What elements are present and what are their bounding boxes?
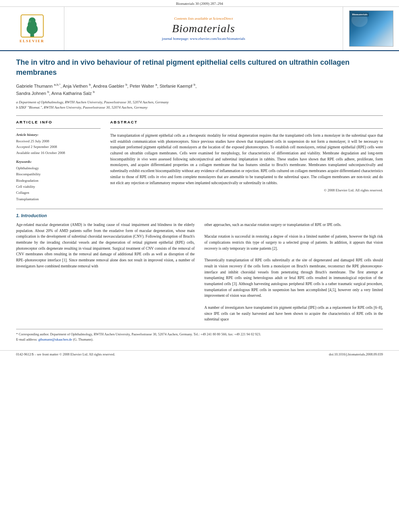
- authors-text-2: Sandra Johnen b, Anna Katharina Salz b: [16, 91, 95, 96]
- affiliations: a Department of Ophthalmology, RWTH Aach…: [16, 100, 383, 111]
- cover-label: Biomaterials: [351, 12, 369, 16]
- journal-citation-bar: Biomaterials 30 (2009) 287–294: [0, 0, 399, 7]
- affiliation-a: a Department of Ophthalmology, RWTH Aach…: [16, 100, 383, 105]
- intro-title: Introduction: [21, 213, 47, 218]
- abstract-label: ABSTRACT: [110, 120, 383, 124]
- sciencedirect-link: Contents lists available at ScienceDirec…: [174, 16, 233, 21]
- homepage-prefix: journal homepage:: [162, 37, 190, 41]
- journal-header: ELSEVIER Contents lists available at Sci…: [0, 7, 399, 51]
- divider-abstract: [110, 128, 383, 129]
- keyword-biocompatibility: Biocompatibility: [16, 171, 101, 177]
- introduction-section: 1. Introduction Age-related macular dege…: [16, 213, 383, 322]
- footnote-email: E-mail address: gthumann@ukaachen.de (G.…: [16, 337, 383, 342]
- affiliation-b: b IZKF "Biomat.", RWTH Aachen University…: [16, 105, 383, 111]
- header-left: ELSEVIER: [0, 7, 64, 50]
- divider-1: [16, 115, 383, 116]
- sciencedirect-prefix: Contents lists available at: [174, 16, 213, 21]
- sciencedirect-name: ScienceDirect: [213, 16, 233, 21]
- journal-title: Biomaterials: [172, 22, 235, 35]
- abstract-col: ABSTRACT The transplantation of pigment …: [110, 120, 383, 202]
- keyword-collagen: Collagen: [16, 190, 101, 196]
- elsevier-text: ELSEVIER: [20, 39, 45, 43]
- history-label: Article history:: [16, 133, 101, 137]
- received-date: Received 25 July 2008: [16, 138, 101, 144]
- authors-text: Gabriele Thumann a,b,*, Anja Viethen b, …: [16, 84, 197, 88]
- article-info-col: ARTICLE INFO Article history: Received 2…: [16, 120, 101, 202]
- accepted-date: Accepted 2 September 2008: [16, 144, 101, 150]
- intro-col2: other approaches, such as macular rotati…: [204, 222, 383, 322]
- journal-homepage: journal homepage: www.elsevier.com/locat…: [162, 37, 245, 41]
- bottom-right: doi:10.1016/j.biomaterials.2008.09.039: [329, 352, 383, 356]
- email-link: gthumann@ukaachen.de: [38, 337, 72, 341]
- copyright: © 2008 Elsevier Ltd. All rights reserved…: [110, 188, 383, 192]
- header-right: Biomaterials: [343, 7, 399, 50]
- intro-text-col1: Age-related macular degeneration (AMD) i…: [16, 222, 195, 269]
- intro-body: Age-related macular degeneration (AMD) i…: [16, 222, 383, 322]
- elsevier-logo: ELSEVIER: [18, 14, 46, 43]
- intro-heading: 1. Introduction: [16, 213, 383, 218]
- keyword-cell-viability: Cell viability: [16, 184, 101, 190]
- footnote-corresponding: * Corresponding author. Department of Op…: [16, 332, 383, 337]
- article-info-label: ARTICLE INFO: [16, 120, 101, 124]
- keywords-label: Keywords:: [16, 160, 101, 164]
- intro-col1: Age-related macular degeneration (AMD) i…: [16, 222, 195, 322]
- abstract-text: The transplantation of pigment epithelia…: [110, 133, 383, 186]
- elsevier-tree-icon: [18, 14, 46, 38]
- keyword-ophthalmology: Ophthalmology: [16, 165, 101, 171]
- keyword-biodegradation: Biodegradation: [16, 178, 101, 184]
- authors: Gabriele Thumann a,b,*, Anja Viethen b, …: [16, 82, 383, 97]
- main-content: The in vitro and in vivo behaviour of re…: [0, 51, 399, 350]
- divider-info: [16, 128, 101, 129]
- keyword-transplantation: Transplantation: [16, 196, 101, 202]
- bottom-bar: 0142-9612/$ – see front matter © 2008 El…: [0, 350, 399, 358]
- cover-image: Biomaterials: [349, 10, 393, 47]
- article-title: The in vitro and in vivo behaviour of re…: [16, 58, 383, 78]
- bottom-left: 0142-9612/$ – see front matter © 2008 El…: [16, 352, 115, 356]
- intro-number: 1.: [16, 213, 20, 218]
- intro-text-col2: other approaches, such as macular rotati…: [204, 222, 383, 322]
- divider-2: [16, 209, 383, 209]
- available-date: Available online 16 October 2008: [16, 150, 101, 156]
- header-center: Contents lists available at ScienceDirec…: [64, 7, 343, 50]
- homepage-url: www.elsevier.com/locate/biomaterials: [190, 37, 245, 41]
- journal-citation: Biomaterials 30 (2009) 287–294: [176, 2, 223, 6]
- footnote-area: * Corresponding author. Department of Op…: [16, 329, 383, 342]
- svg-point-4: [28, 21, 31, 23]
- info-abstract-section: ARTICLE INFO Article history: Received 2…: [16, 120, 383, 202]
